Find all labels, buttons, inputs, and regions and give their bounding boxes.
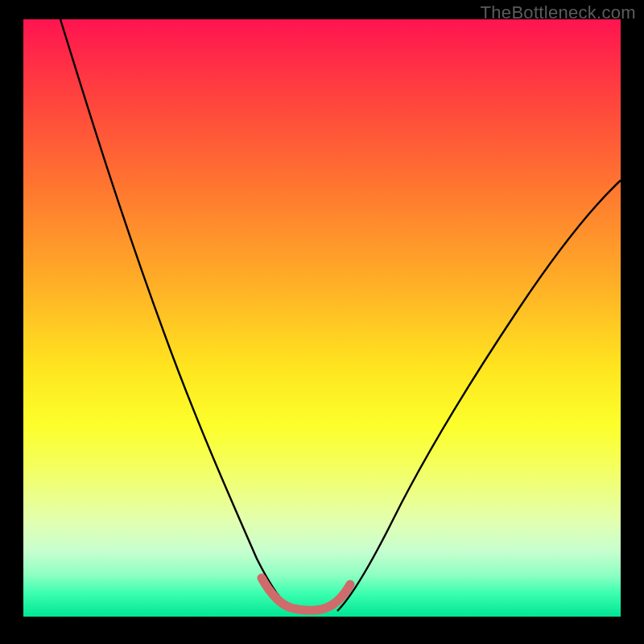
chart-frame [23,19,621,617]
watermark-text: TheBottleneck.com [481,2,636,23]
highlight-dots-left [258,574,287,608]
svg-point-5 [279,600,287,608]
left-curve [60,19,293,611]
svg-point-10 [346,580,354,588]
right-curve [337,180,621,611]
chart-svg [23,19,621,617]
